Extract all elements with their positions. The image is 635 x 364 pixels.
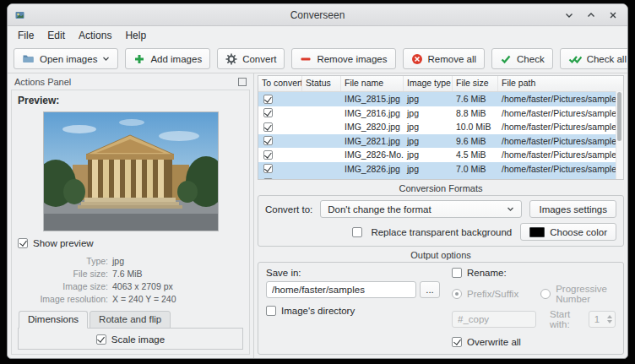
remove-all-button[interactable]: Remove all [403, 48, 486, 69]
check-all-icon [568, 53, 582, 65]
menu-file[interactable]: File [11, 28, 41, 43]
info-type-label: Type: [18, 256, 112, 266]
images-directory-row: Image's directory [266, 306, 440, 316]
format-combobox[interactable]: Don't change the format [320, 200, 522, 218]
convert-button[interactable]: Convert [217, 48, 285, 69]
open-images-label: Open images [40, 54, 97, 64]
show-preview-checkbox[interactable] [18, 238, 28, 248]
browse-label: ... [426, 285, 434, 295]
info-imagesize-value: 4063 x 2709 px [112, 281, 243, 291]
remove-images-button[interactable]: Remove images [291, 48, 395, 69]
image-type-cell: jpg [404, 148, 453, 162]
image-info: Type: jpg File size: 7.6 MiB Image size:… [18, 256, 243, 304]
to-convert-cell [258, 162, 302, 177]
check-button[interactable]: Check [491, 48, 553, 69]
file-size-cell: 4.5 MiB [453, 148, 498, 162]
row-checkbox[interactable] [263, 136, 273, 145]
col-to-convert[interactable]: To convert [258, 76, 302, 91]
info-filesize-label: File size: [18, 269, 112, 279]
titlebar[interactable]: Converseen [8, 4, 627, 26]
right-panel: To convert Status File name Image type F… [254, 73, 627, 358]
add-images-label: Add images [150, 54, 202, 64]
table-row[interactable]: IMG_2816.jpgjpg8.8 MiB/home/faster/Pictu… [258, 106, 623, 121]
info-imagesize-label: Image size: [18, 281, 112, 291]
status-cell [302, 134, 341, 149]
file-name-cell: IMG_2816.jpg [341, 106, 404, 121]
minus-icon [300, 53, 312, 65]
image-type-cell: jpg [404, 176, 453, 180]
col-file-path[interactable]: File path [498, 76, 623, 91]
prefix-suffix-radio[interactable] [452, 289, 462, 299]
maximize-button[interactable] [584, 8, 597, 21]
table-row[interactable]: IMG_2815.jpgjpg7.6 MiB/home/faster/Pictu… [258, 92, 623, 106]
scale-image-checkbox[interactable] [96, 334, 106, 345]
col-file-size[interactable]: File size [453, 76, 498, 91]
file-path-cell: /home/faster/Pictures/samples [498, 162, 623, 177]
row-checkbox[interactable] [263, 95, 273, 104]
menu-help[interactable]: Help [118, 28, 153, 43]
desktop-background: Converseen File Edit Actions Help [0, 0, 635, 364]
table-row[interactable]: IMG_2828-2.jpgjpg4.4 MiB/home/faster/Pic… [258, 176, 623, 180]
overwrite-all-checkbox[interactable] [452, 337, 462, 347]
open-images-button[interactable]: Open images [14, 48, 118, 69]
spin-up-icon[interactable] [607, 315, 612, 318]
check-all-button[interactable]: Check all [560, 48, 628, 69]
conversion-formats-frame: Convert to: Don't change the format Imag… [258, 195, 624, 247]
converseen-window: Converseen File Edit Actions Help [7, 3, 628, 359]
browse-button[interactable]: ... [420, 281, 440, 298]
info-filesize-value: 7.6 MiB [112, 269, 243, 279]
table-row[interactable]: IMG_2826-Mo...jpg4.5 MiB/home/faster/Pic… [258, 148, 623, 162]
file-name-cell: IMG_2815.jpg [341, 92, 404, 106]
row-checkbox[interactable] [263, 122, 273, 132]
rename-mode-row: Prefix/Suffix Progressive Number [452, 284, 616, 304]
start-with-spinbox[interactable]: 1 [589, 311, 616, 328]
table-row[interactable]: IMG_2826.jpgjpg7.0 MiB/home/faster/Pictu… [258, 162, 623, 177]
overwrite-all-label: Overwrite all [467, 337, 521, 347]
scale-image-label: Scale image [111, 334, 165, 345]
progressive-number-option: Progressive Number [540, 284, 616, 304]
images-settings-button[interactable]: Images settings [529, 200, 616, 218]
table-row[interactable]: IMG_2821.jpgjpg9.6 MiB/home/faster/Pictu… [258, 134, 623, 149]
col-image-type[interactable]: Image type [404, 76, 453, 91]
toolbar: Open images Add images Convert Remove im… [8, 45, 627, 73]
row-checkbox[interactable] [263, 178, 273, 180]
actions-panel: Actions Panel Preview: [8, 73, 254, 358]
status-cell [302, 120, 341, 134]
scrollbar-handle[interactable] [617, 92, 621, 141]
rename-pattern-row: Start with: 1 [452, 309, 616, 329]
minimize-button[interactable] [562, 8, 575, 21]
tab-dimensions[interactable]: Dimensions [19, 311, 88, 329]
choose-color-button[interactable]: Choose color [520, 223, 616, 241]
spin-arrows [607, 315, 612, 323]
row-checkbox[interactable] [263, 164, 273, 173]
start-with-value: 1 [594, 314, 600, 324]
rename-checkbox[interactable] [452, 268, 462, 278]
actions-panel-header: Actions Panel [8, 73, 253, 90]
images-directory-label: Image's directory [281, 306, 355, 316]
table-row[interactable]: IMG_2820.jpgjpg10.0 MiB/home/faster/Pict… [258, 120, 623, 134]
row-checkbox[interactable] [263, 150, 273, 160]
show-preview-label: Show preview [33, 238, 94, 248]
float-panel-icon[interactable] [238, 78, 247, 86]
images-directory-checkbox[interactable] [266, 306, 276, 316]
prefix-suffix-label: Prefix/Suffix [467, 289, 518, 299]
close-button[interactable] [606, 8, 619, 21]
replace-transparent-checkbox[interactable] [352, 227, 362, 237]
table-scrollbar[interactable] [616, 91, 623, 179]
progressive-number-radio[interactable] [540, 289, 551, 299]
save-in-input[interactable] [266, 281, 416, 298]
file-table: To convert Status File name Image type F… [258, 75, 624, 180]
choose-color-label: Choose color [550, 227, 607, 237]
spin-down-icon[interactable] [607, 320, 612, 323]
file-name-cell: IMG_2821.jpg [341, 134, 404, 149]
add-images-button[interactable]: Add images [125, 48, 210, 69]
rename-pattern-input[interactable] [452, 311, 536, 328]
menu-edit[interactable]: Edit [41, 28, 72, 43]
col-status[interactable]: Status [302, 76, 341, 91]
tab-rotate-and-flip[interactable]: Rotate and flip [90, 311, 171, 329]
to-convert-cell [258, 92, 302, 106]
file-size-cell: 7.0 MiB [453, 162, 498, 177]
col-file-name[interactable]: File name [341, 76, 404, 91]
row-checkbox[interactable] [263, 108, 273, 117]
menu-actions[interactable]: Actions [72, 28, 118, 43]
